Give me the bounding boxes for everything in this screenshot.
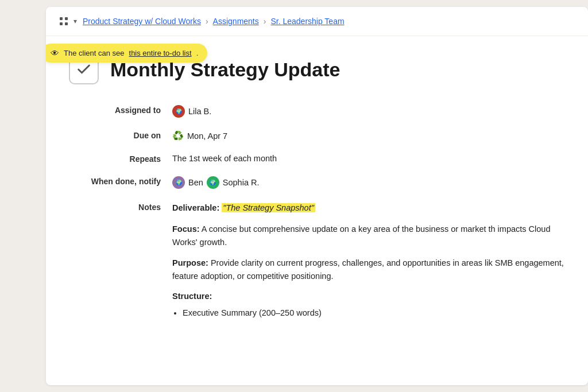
client-notice-suffix: . [196,49,199,57]
repeats-value: The 1st week of each month [172,154,277,163]
svg-rect-3 [65,22,68,25]
breadcrumb-assignments-link[interactable]: Assignments [213,17,259,26]
assigned-to-label: Assigned to [80,105,172,115]
repeats-text: The 1st week of each month [172,154,277,163]
eye-icon: 👁 [51,48,59,58]
focus-text: A concise but comprehensive update on a … [172,224,551,247]
notify-value: 🌍 Ben 🌍 Sophia R. [172,176,260,189]
breadcrumb-team-link[interactable]: Sr. Leadership Team [270,17,344,26]
svg-rect-0 [60,17,63,20]
repeats-row: Repeats The 1st week of each month [80,154,565,164]
notes-list: Executive Summary (200–250 words) [172,306,565,320]
client-notice-text: The client can see [64,49,125,57]
purpose-paragraph: Purpose: Provide clarity on current prog… [172,257,565,283]
notify-sophia: Sophia R. [223,178,260,187]
focus-paragraph: Focus: A concise but comprehensive updat… [172,223,565,249]
due-on-label: Due on [80,130,172,140]
due-on-date: Mon, Apr 7 [187,131,227,141]
list-item-1: Executive Summary (200–250 words) [183,306,565,320]
breadcrumb-project-link[interactable]: Product Strategy w/ Cloud Works [83,17,201,26]
assigned-to-value: 🌍 Lila B. [172,105,211,118]
notes-row: Notes Deliverable: "The Strategy Snapsho… [80,201,565,320]
breadcrumb-sep-1: › [206,17,208,26]
purpose-text: Provide clarity on current progress, cha… [172,258,564,281]
deliverable-value: "The Strategy Snapshot" [222,203,315,212]
purpose-label: Purpose: [172,258,208,267]
recycle-icon: ♻️ [172,130,184,141]
assigned-to-row: Assigned to 🌍 Lila B. [80,105,565,118]
content-area: Monthly Strategy Update Assigned to 🌍 Li… [46,36,588,343]
due-on-row: Due on ♻️ Mon, Apr 7 [80,130,565,141]
deliverable-label: Deliverable: [172,203,219,212]
avatar-sophia: 🌍 [207,176,219,189]
avatar-lila: 🌍 [172,105,185,118]
assigned-to-name: Lila B. [188,107,211,116]
repeats-label: Repeats [80,154,172,164]
notes-content: Deliverable: "The Strategy Snapshot" Foc… [172,201,565,320]
chevron-down-icon[interactable]: ▾ [74,17,77,25]
svg-rect-2 [60,22,63,25]
grid-icon[interactable] [57,15,70,28]
client-notice-badge: 👁 The client can see this entire to-do l… [46,44,207,63]
notify-ben: Ben [188,178,203,187]
structure-label: Structure: [172,290,565,303]
meta-section: Assigned to 🌍 Lila B. Due on ♻️ Mon, Apr… [80,105,565,320]
avatar-ben: 🌍 [172,176,185,189]
svg-rect-1 [65,17,68,20]
client-notice-link[interactable]: this entire to-do list [129,49,192,57]
notify-row: When done, notify 🌍 Ben 🌍 Sophia R. [80,176,565,189]
notify-label: When done, notify [80,176,172,186]
focus-label: Focus: [172,224,200,234]
due-on-value: ♻️ Mon, Apr 7 [172,130,227,141]
notes-deliverable: Deliverable: "The Strategy Snapshot" [172,201,565,215]
main-panel: ▾ Product Strategy w/ Cloud Works › Assi… [46,7,588,385]
outer-wrapper: ▾ Product Strategy w/ Cloud Works › Assi… [0,0,588,392]
notes-label: Notes [80,201,172,212]
breadcrumb-bar: ▾ Product Strategy w/ Cloud Works › Assi… [46,7,588,36]
breadcrumb-sep-2: › [264,17,266,26]
